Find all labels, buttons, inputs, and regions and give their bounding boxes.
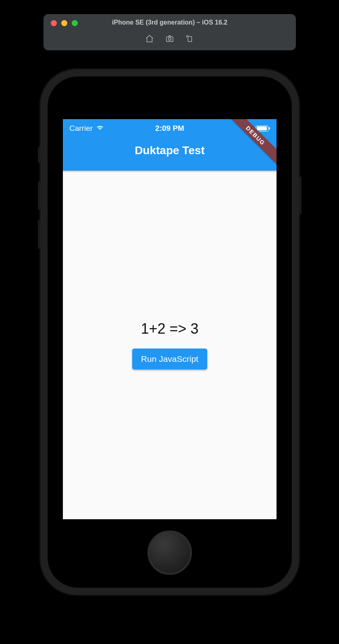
simulator-title: iPhone SE (3rd generation) – iOS 16.2 <box>44 19 296 26</box>
svg-point-1 <box>168 38 171 40</box>
simulator-window-chrome: iPhone SE (3rd generation) – iOS 16.2 <box>44 14 296 50</box>
mute-switch[interactable] <box>38 147 40 163</box>
run-javascript-button[interactable]: Run JavaScript <box>132 349 207 369</box>
app-header: Carrier 2:09 PM Duktape Test DEBUG <box>63 119 277 171</box>
volume-down-button[interactable] <box>38 220 40 249</box>
battery-icon <box>256 126 268 132</box>
screenshot-icon[interactable] <box>165 34 174 45</box>
rotate-icon[interactable] <box>185 34 194 45</box>
phone-screen: Carrier 2:09 PM Duktape Test DEBUG <box>63 119 277 519</box>
svg-rect-2 <box>188 37 191 42</box>
volume-up-button[interactable] <box>38 181 40 210</box>
phone-bezel: Carrier 2:09 PM Duktape Test DEBUG <box>48 76 292 588</box>
clock-label: 2:09 PM <box>63 124 277 133</box>
phone-frame: Carrier 2:09 PM Duktape Test DEBUG <box>40 69 299 595</box>
home-button[interactable] <box>148 530 192 575</box>
result-text: 1+2 => 3 <box>141 320 198 337</box>
app-body: 1+2 => 3 Run JavaScript <box>63 171 277 519</box>
status-bar: Carrier 2:09 PM <box>63 119 277 134</box>
power-button[interactable] <box>299 176 302 214</box>
page-title: Duktape Test <box>63 144 277 157</box>
home-icon[interactable] <box>145 34 154 45</box>
simulator-toolbar <box>44 34 296 45</box>
